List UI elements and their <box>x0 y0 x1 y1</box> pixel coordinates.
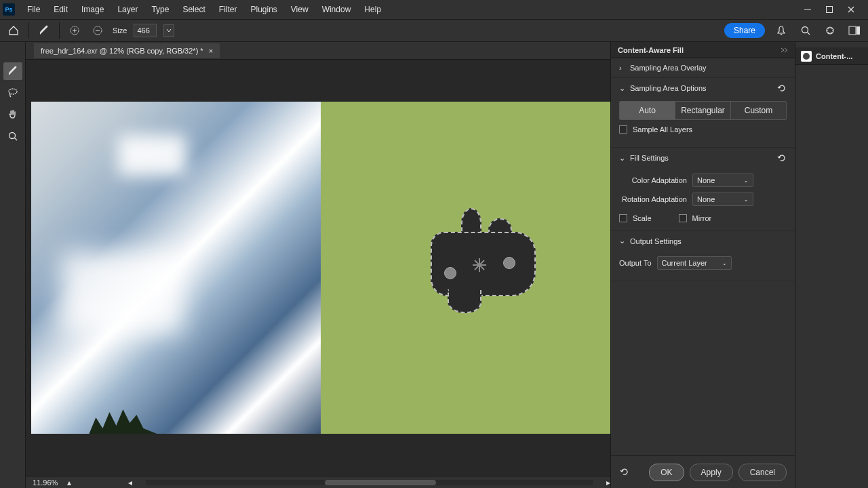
size-label: Size <box>113 26 127 35</box>
zoom-slider-left-icon[interactable]: ▴ <box>64 478 74 487</box>
apply-button[interactable]: Apply <box>690 464 733 481</box>
caf-footer: OK Apply Cancel <box>611 455 795 488</box>
sampling-mode-auto[interactable]: Auto <box>620 102 675 119</box>
menu-window[interactable]: Window <box>315 2 358 17</box>
sampling-brush-tool[interactable] <box>3 62 22 80</box>
section-output-settings[interactable]: ⌄ Output Settings <box>611 231 795 251</box>
size-dropdown-button[interactable] <box>163 24 174 37</box>
workspace-switcher-icon[interactable] <box>846 22 863 39</box>
color-adaptation-dropdown[interactable]: None⌄ <box>692 174 753 187</box>
section-title-fill: Fill Settings <box>630 154 669 162</box>
document-tab[interactable]: free_hdr_164.exr @ 12% (RGB copy, RGB/32… <box>34 43 220 58</box>
chevron-down-icon: ⌄ <box>619 237 625 245</box>
status-bar: 11.96% ▴ ◂ ▸ <box>26 476 610 488</box>
content-aware-fill-panel: Content-Aware Fill › Sampling Area Overl… <box>610 42 795 488</box>
cc-search-icon[interactable] <box>822 22 838 39</box>
svg-line-10 <box>808 33 810 35</box>
menu-layer[interactable]: Layer <box>111 2 144 17</box>
mode-add-icon[interactable] <box>66 22 83 39</box>
svg-rect-13 <box>856 26 860 35</box>
window-minimize-button[interactable] <box>803 5 812 14</box>
selection-marquee[interactable] <box>431 208 539 313</box>
horizontal-scrollbar[interactable] <box>146 480 593 485</box>
output-to-label: Output To <box>619 259 652 267</box>
svg-point-14 <box>9 89 17 94</box>
mirror-checkbox[interactable] <box>679 214 687 222</box>
sampling-brush-icon[interactable] <box>36 22 52 39</box>
sampling-mode-custom[interactable]: Custom <box>731 102 786 119</box>
lasso-tool[interactable] <box>3 84 22 102</box>
preview-tab-label: Content-... <box>816 52 852 60</box>
svg-point-9 <box>802 27 808 33</box>
menu-view[interactable]: View <box>284 2 315 17</box>
scroll-left-icon[interactable]: ◂ <box>128 478 132 487</box>
ok-button[interactable]: OK <box>649 464 684 481</box>
share-button[interactable]: Share <box>724 23 765 38</box>
sampling-mode-rectangular[interactable]: Rectangular <box>675 102 731 119</box>
section-title-overlay: Sampling Area Overlay <box>630 64 707 72</box>
right-panel-strip: Content-... <box>795 42 868 488</box>
svg-point-15 <box>9 133 15 139</box>
options-bar: Size Share <box>0 19 868 42</box>
sample-all-layers-label: Sample All Layers <box>633 125 692 134</box>
hand-tool[interactable] <box>3 106 22 123</box>
preview-icon <box>801 51 812 62</box>
chevron-down-icon: ⌄ <box>619 154 625 163</box>
home-icon[interactable] <box>5 22 22 39</box>
image-left-sky <box>31 102 321 434</box>
mirror-label: Mirror <box>692 214 712 222</box>
section-fill-settings[interactable]: ⌄ Fill Settings <box>611 148 795 168</box>
document-title: free_hdr_164.exr @ 12% (RGB copy, RGB/32… <box>41 47 203 55</box>
tool-palette <box>0 42 26 488</box>
chevron-down-icon: ⌄ <box>619 84 625 93</box>
menu-type[interactable]: Type <box>144 2 176 17</box>
notifications-icon[interactable] <box>773 22 789 39</box>
menu-edit[interactable]: Edit <box>47 2 75 17</box>
rotation-adaptation-dropdown[interactable]: None⌄ <box>692 192 753 206</box>
preview-panel-tab[interactable]: Content-... <box>795 47 868 65</box>
svg-line-16 <box>14 138 17 141</box>
mode-subtract-icon[interactable] <box>90 22 106 39</box>
search-icon[interactable] <box>797 22 814 39</box>
caf-panel-header: Content-Aware Fill <box>611 42 795 58</box>
reset-fill-icon[interactable] <box>777 153 787 163</box>
menu-help[interactable]: Help <box>357 2 388 17</box>
section-sampling-options[interactable]: ⌄ Sampling Area Options <box>611 78 795 98</box>
menu-plugins[interactable]: Plugins <box>243 2 283 17</box>
cancel-button[interactable]: Cancel <box>738 464 787 481</box>
menu-bar: Ps File Edit Image Layer Type Select Fil… <box>0 0 868 19</box>
document-tab-bar: free_hdr_164.exr @ 12% (RGB copy, RGB/32… <box>26 42 610 60</box>
chevron-right-icon: › <box>619 64 625 72</box>
scale-checkbox[interactable] <box>619 214 627 222</box>
section-title-output: Output Settings <box>630 237 682 245</box>
canvas-area[interactable] <box>26 60 610 476</box>
scale-label: Scale <box>633 214 652 222</box>
menu-filter[interactable]: Filter <box>212 2 244 17</box>
app-logo: Ps <box>3 3 15 16</box>
section-title-options: Sampling Area Options <box>630 84 707 92</box>
menu-image[interactable]: Image <box>75 2 111 17</box>
color-adaptation-label: Color Adaptation <box>619 176 687 184</box>
window-maximize-button[interactable] <box>825 5 834 14</box>
rotation-adaptation-label: Rotation Adaptation <box>619 195 687 203</box>
brush-size-input[interactable] <box>134 24 157 37</box>
canvas[interactable] <box>31 102 610 434</box>
reset-options-icon[interactable] <box>777 83 787 93</box>
svg-rect-12 <box>849 26 856 35</box>
reset-all-icon[interactable] <box>619 466 631 479</box>
menu-file[interactable]: File <box>20 2 47 17</box>
output-to-dropdown[interactable]: Current Layer⌄ <box>657 256 732 270</box>
caf-panel-title: Content-Aware Fill <box>618 46 684 54</box>
sample-all-layers-checkbox[interactable] <box>619 125 627 134</box>
menu-select[interactable]: Select <box>176 2 212 17</box>
close-tab-icon[interactable]: × <box>209 47 213 55</box>
collapse-panel-icon[interactable] <box>780 47 788 54</box>
zoom-readout[interactable]: 11.96% <box>26 479 64 487</box>
zoom-tool[interactable] <box>3 127 22 145</box>
section-sampling-overlay[interactable]: › Sampling Area Overlay <box>611 58 795 77</box>
image-right-overlay <box>321 102 610 434</box>
sampling-mode-segmented: Auto Rectangular Custom <box>619 101 787 120</box>
window-close-button[interactable] <box>846 5 856 14</box>
svg-rect-1 <box>827 7 833 13</box>
